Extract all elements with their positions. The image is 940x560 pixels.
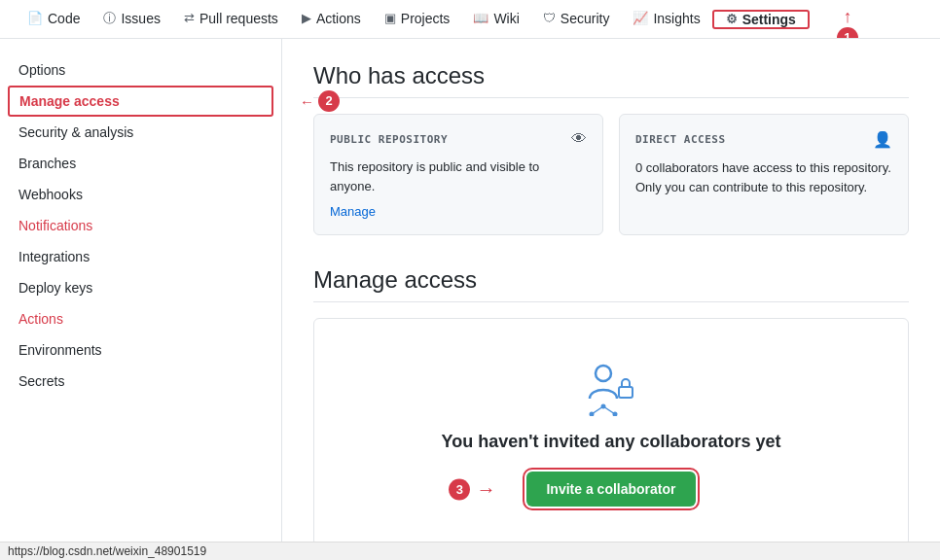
wiki-icon: 📖 xyxy=(473,11,488,25)
nav-pull-requests[interactable]: ⇄ Pull requests xyxy=(172,0,290,38)
sidebar: Options Manage access ← 2 Security & ana… xyxy=(0,39,282,560)
eye-icon: 👁 xyxy=(571,130,587,148)
nav-issues[interactable]: ⓘ Issues xyxy=(91,0,171,38)
top-nav: 📄 Code ⓘ Issues ⇄ Pull requests ▶ Action… xyxy=(0,0,940,39)
issues-icon: ⓘ xyxy=(103,10,116,27)
sidebar-item-manage-access[interactable]: Manage access xyxy=(8,86,273,117)
sidebar-item-branches[interactable]: Branches xyxy=(0,148,281,179)
direct-access-label: DIRECT ACCESS xyxy=(635,133,726,146)
insights-icon: 📈 xyxy=(633,11,648,25)
invite-box: You haven't invited any collaborators ye… xyxy=(313,318,909,546)
sidebar-item-security-analysis[interactable]: Security & analysis xyxy=(0,117,281,148)
nav-wiki[interactable]: 📖 Wiki xyxy=(461,0,530,38)
url-bar: https://blog.csdn.net/weixin_48901519 xyxy=(0,542,940,560)
page-layout: Options Manage access ← 2 Security & ana… xyxy=(0,39,940,560)
main-content: Who has access PUBLIC REPOSITORY 👁 This … xyxy=(282,39,940,560)
manage-access-title: Manage access xyxy=(313,266,909,302)
who-has-access-title: Who has access xyxy=(313,62,909,98)
nav-projects[interactable]: ▣ Projects xyxy=(373,0,462,38)
sidebar-item-actions[interactable]: Actions xyxy=(0,303,281,334)
sidebar-item-secrets[interactable]: Secrets xyxy=(0,366,281,397)
nav-insights[interactable]: 📈 Insights xyxy=(621,0,711,38)
sidebar-item-environments[interactable]: Environments xyxy=(0,334,281,366)
pull-request-icon: ⇄ xyxy=(184,11,195,25)
sidebar-item-options[interactable]: Options xyxy=(0,54,281,86)
sidebar-item-notifications[interactable]: Notifications xyxy=(0,210,281,241)
svg-point-0 xyxy=(596,366,611,381)
nav-code[interactable]: 📄 Code xyxy=(16,0,91,38)
annotation-number-2: 2 xyxy=(318,90,340,112)
public-repo-card-header: PUBLIC REPOSITORY 👁 xyxy=(330,130,587,148)
code-icon: 📄 xyxy=(27,11,43,25)
sidebar-manage-access-wrapper: Manage access ← 2 xyxy=(0,86,281,117)
actions-icon: ▶ xyxy=(302,11,311,25)
sidebar-item-webhooks[interactable]: Webhooks xyxy=(0,179,281,210)
settings-icon: ⚙ xyxy=(726,12,738,26)
invite-collaborator-button[interactable]: Invite a collaborator xyxy=(526,472,695,507)
nav-security[interactable]: 🛡 Security xyxy=(531,0,622,38)
annotation-number-1: 1 xyxy=(837,27,858,40)
security-icon: 🛡 xyxy=(543,11,556,25)
direct-access-card: DIRECT ACCESS 👤 0 collaborators have acc… xyxy=(619,114,909,235)
svg-rect-1 xyxy=(619,387,633,398)
direct-access-card-header: DIRECT ACCESS 👤 xyxy=(635,130,892,149)
nav-settings[interactable]: ⚙ Settings xyxy=(712,10,810,29)
svg-point-6 xyxy=(601,404,606,409)
sidebar-item-deploy-keys[interactable]: Deploy keys xyxy=(0,272,281,303)
person-icon: 👤 xyxy=(873,130,892,149)
annotation-number-3: 3 xyxy=(449,478,470,500)
collaborators-icon xyxy=(582,358,640,416)
manage-link[interactable]: Manage xyxy=(330,204,376,219)
direct-access-desc: 0 collaborators have access to this repo… xyxy=(635,158,892,196)
annotation-arrow-2: ← xyxy=(300,93,314,110)
nav-actions[interactable]: ▶ Actions xyxy=(290,0,373,38)
public-repo-label: PUBLIC REPOSITORY xyxy=(330,133,448,146)
public-repo-card: PUBLIC REPOSITORY 👁 This repository is p… xyxy=(313,114,603,235)
public-repo-desc: This repository is public and visible to… xyxy=(330,158,587,195)
sidebar-item-integrations[interactable]: Integrations xyxy=(0,241,281,272)
manage-access-section: Manage access xyxy=(313,266,909,546)
projects-icon: ▣ xyxy=(384,11,396,25)
annotation-1: ↑ xyxy=(843,8,851,25)
no-collaborators-text: You haven't invited any collaborators ye… xyxy=(338,432,885,452)
access-cards: PUBLIC REPOSITORY 👁 This repository is p… xyxy=(313,114,909,235)
annotation-arrow-3: → xyxy=(476,478,495,501)
